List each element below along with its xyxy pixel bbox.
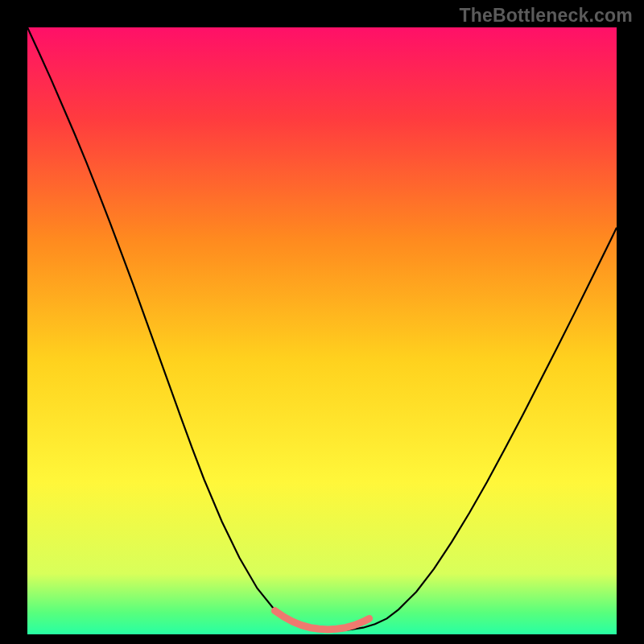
chart-frame: TheBottleneck.com: [0, 0, 644, 644]
gradient-background: [27, 27, 617, 634]
bottleneck-chart: [0, 0, 644, 644]
watermark-text: TheBottleneck.com: [459, 5, 633, 27]
